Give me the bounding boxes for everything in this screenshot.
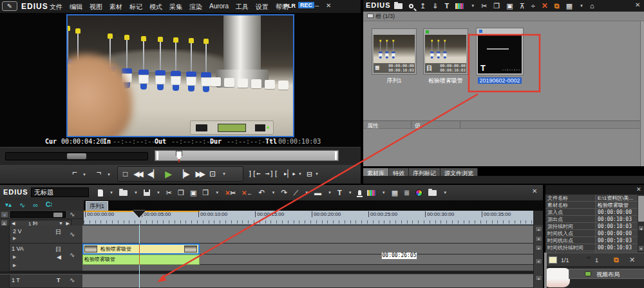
add-over-icon[interactable]: ⊼ bbox=[520, 2, 525, 10]
track-patch-icon[interactable]: ∿ bbox=[70, 276, 75, 283]
insert-overwrite-mode-icon[interactable]: ▾▴ bbox=[5, 201, 12, 211]
hscroll-thumb[interactable] bbox=[53, 213, 62, 217]
title-track-icon[interactable]: T bbox=[57, 277, 61, 283]
audio-mixer-icon[interactable]: ≣ bbox=[404, 189, 410, 197]
shuttle-handle[interactable] bbox=[67, 153, 86, 159]
bin-open-icon[interactable]: ❒ bbox=[202, 189, 209, 197]
export-display-button[interactable]: ⊟ bbox=[307, 167, 312, 181]
undo-dropdown[interactable]: ▼ bbox=[271, 191, 275, 195]
step-forward-button[interactable]: ▕▶ bbox=[178, 167, 189, 181]
sync-mode-icon[interactable]: ∿ bbox=[19, 201, 25, 211]
clear-icon[interactable]: ✕ bbox=[629, 256, 635, 264]
expand-arrow-icon[interactable]: ▶ bbox=[13, 254, 16, 260]
scroll-down-icon[interactable]: ▼ bbox=[535, 236, 542, 242]
timeline-close-icon[interactable]: ✕ bbox=[532, 187, 537, 195]
play-around-dropdown[interactable]: ▼ bbox=[298, 172, 302, 176]
open-project-icon[interactable] bbox=[119, 190, 128, 196]
menu-mode[interactable]: 模式 bbox=[149, 3, 162, 12]
video-track-icon[interactable]: 日 bbox=[55, 245, 61, 254]
plr-button[interactable]: PLR bbox=[284, 3, 296, 9]
timeline-clip-video[interactable]: 检验喷雾吸管 bbox=[82, 244, 200, 254]
track-patch-icon[interactable]: ∿ bbox=[70, 231, 75, 238]
set-in-dropdown[interactable]: ▼ bbox=[82, 173, 86, 177]
bin-scrollbar[interactable] bbox=[640, 21, 644, 166]
track-header-2v[interactable]: 2 V 日 ▶ ∿ bbox=[0, 226, 82, 244]
menu-tools[interactable]: 工具 bbox=[236, 3, 249, 12]
timeline-playhead-marker[interactable] bbox=[133, 211, 146, 218]
transition-icon[interactable]: ▬ bbox=[314, 189, 321, 197]
page-note-icon[interactable] bbox=[549, 256, 557, 264]
timeline-clip-audio[interactable]: 检验喷雾吸管 bbox=[82, 254, 200, 265]
link-mode-icon[interactable]: ∞ bbox=[33, 201, 38, 211]
export-icon[interactable] bbox=[367, 190, 375, 196]
expand-arrow-icon[interactable]: ▶ bbox=[13, 263, 16, 268]
info-scroll-thumb[interactable] bbox=[638, 196, 644, 222]
bin-open-dropdown[interactable]: ▼ bbox=[215, 191, 219, 195]
undo-icon[interactable]: ↶ bbox=[258, 188, 265, 197]
track-header-1t[interactable]: 1 T T ∿ bbox=[0, 274, 82, 288]
seek-bar[interactable] bbox=[155, 150, 339, 161]
menu-marker[interactable]: 标记 bbox=[129, 3, 142, 12]
paste-clip-icon[interactable]: ▣ bbox=[190, 189, 196, 197]
set-in-button[interactable]: ⌐ bbox=[72, 168, 77, 177]
bin-close-icon[interactable]: ✕ bbox=[635, 1, 640, 8]
bin-clip-title[interactable]: T --:--:-- bbox=[476, 28, 524, 75]
delete-icon[interactable]: ✕ bbox=[542, 1, 548, 10]
menu-clip[interactable]: 素材 bbox=[109, 3, 122, 12]
panel-layout-icon[interactable] bbox=[428, 190, 437, 196]
view-mode-dropdown[interactable]: ▼ bbox=[580, 4, 583, 8]
rewind-button[interactable]: ◀◀ bbox=[133, 167, 141, 181]
bin-clip-label-selected[interactable]: 20190602-0002 bbox=[473, 77, 526, 84]
import-icon[interactable]: ⇓ bbox=[432, 2, 438, 10]
expand-arrow-icon[interactable]: ▶ bbox=[13, 236, 16, 241]
menu-capture[interactable]: 采集 bbox=[169, 3, 182, 12]
bin-clip-video[interactable]: 日 00:00:00:0000:00:10:03 bbox=[423, 28, 468, 75]
close-icon[interactable]: ✕ bbox=[326, 2, 331, 9]
set-out-dropdown[interactable]: ▼ bbox=[107, 173, 111, 177]
info-close-icon[interactable]: ✕ bbox=[636, 186, 641, 193]
video-track-icon[interactable]: 日 bbox=[55, 228, 61, 236]
info-scroll-mark[interactable]: ■ bbox=[638, 226, 644, 231]
color-wheel-icon[interactable] bbox=[415, 189, 422, 197]
menu-settings[interactable]: 设置 bbox=[256, 3, 269, 12]
colorbars-dropdown[interactable]: ▼ bbox=[471, 4, 475, 8]
title-create-icon[interactable]: T bbox=[337, 189, 342, 197]
timeline-ruler[interactable]: 00:00:00:00 00:00:05:00 00:00:10:00 00:0… bbox=[84, 211, 533, 225]
step-back-button[interactable]: ◀▏ bbox=[147, 167, 159, 181]
scroll-up-icon[interactable]: ▲ bbox=[535, 245, 542, 251]
save-dropdown[interactable]: ▼ bbox=[156, 191, 160, 195]
ripple-mode-icon[interactable]: C∶ bbox=[46, 201, 52, 211]
razor-icon[interactable]: ⟋ bbox=[293, 189, 298, 197]
scroll-mode-button[interactable]: ∨ bbox=[1, 211, 8, 218]
seek-playhead[interactable] bbox=[176, 151, 182, 160]
open-dropdown[interactable]: ▼ bbox=[134, 191, 138, 195]
menu-render[interactable]: 渲染 bbox=[189, 3, 202, 12]
loop-dropdown[interactable]: ▼ bbox=[222, 172, 226, 176]
delete-gap-icon[interactable]: ✕← bbox=[242, 189, 252, 197]
bin-clip-label[interactable]: 检验喷雾吸管 bbox=[423, 77, 468, 85]
panel-layout-dropdown[interactable]: ▼ bbox=[443, 191, 447, 195]
colorbars-icon[interactable] bbox=[455, 3, 464, 9]
track-patch-icon[interactable]: ∿ bbox=[70, 251, 75, 258]
play-to-out-button[interactable]: →][ bbox=[265, 167, 278, 181]
info-scrollbar[interactable]: ■ ▼ bbox=[638, 195, 644, 253]
timeline-hscrollbar[interactable] bbox=[10, 211, 66, 218]
stop-button[interactable]: □ bbox=[123, 167, 128, 181]
new-sequence-icon[interactable] bbox=[98, 189, 103, 197]
save-project-icon[interactable] bbox=[144, 189, 150, 196]
view-mode-icon[interactable]: ▦ bbox=[566, 2, 573, 10]
title-tool-icon[interactable]: T bbox=[444, 2, 449, 10]
paste-icon[interactable]: ▣ bbox=[506, 2, 513, 10]
audio-speaker-icon[interactable]: ◀ bbox=[57, 254, 61, 260]
title-dropdown[interactable]: ▼ bbox=[348, 191, 352, 195]
cut-icon[interactable]: ✂ bbox=[481, 2, 487, 10]
bin-clip-label[interactable]: 序列1 bbox=[372, 77, 417, 85]
minimize-button[interactable]: – bbox=[315, 1, 319, 9]
razor-dropdown[interactable]: ▼ bbox=[305, 191, 308, 195]
play-from-in-button[interactable]: ][← bbox=[248, 167, 261, 181]
play-around-button[interactable]: ▸▏▸ bbox=[283, 167, 296, 181]
multicam-grid-icon[interactable]: ▦ bbox=[392, 189, 398, 197]
new-dropdown[interactable]: ▼ bbox=[109, 191, 113, 195]
bin-clip-sequence[interactable]: ≣ 00:00:00:0000:00:10:03 bbox=[372, 28, 417, 75]
scroll-down-icon[interactable]: ▼ bbox=[535, 258, 542, 264]
